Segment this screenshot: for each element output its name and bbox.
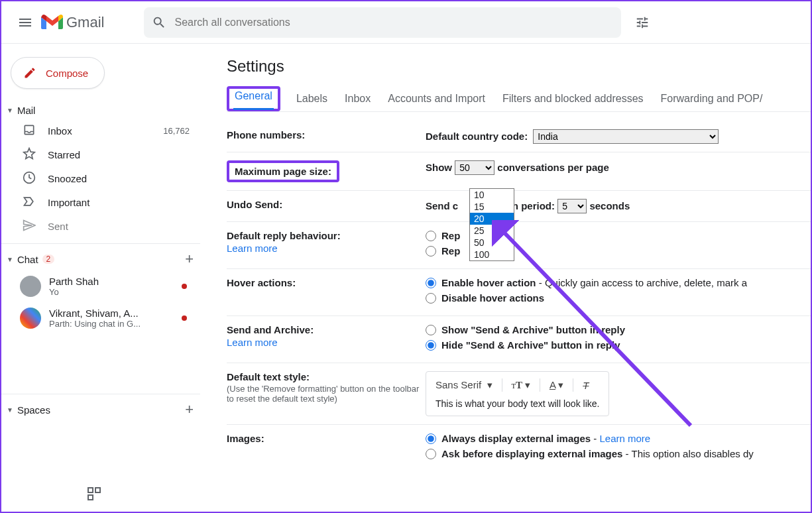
- app-header: Gmail: [1, 1, 811, 44]
- page-title: Settings: [227, 57, 811, 76]
- caret-down-icon: ▼: [7, 256, 13, 263]
- search-input[interactable]: [174, 17, 613, 28]
- sidebar-item-snoozed[interactable]: Snoozed: [1, 166, 200, 190]
- chat-item[interactable]: Parth Shah Yo: [1, 270, 200, 302]
- images-always-radio[interactable]: [426, 433, 436, 444]
- label-highlight: Maximum page size:: [227, 160, 339, 182]
- setting-hover: Hover actions: Enable hover action - Qui…: [227, 269, 811, 316]
- important-icon: [23, 195, 36, 210]
- tab-forwarding[interactable]: Forwarding and POP/: [660, 86, 764, 111]
- star-icon: [23, 147, 36, 162]
- text-preview: This is what your body text will look li…: [435, 398, 599, 409]
- setting-undo-send: Undo Send: Send c ion period: 5 seconds: [227, 191, 811, 222]
- sidebar: Compose ▼ Mail Inbox 16,762 Starred Snoo…: [1, 44, 200, 512]
- chat-section-header[interactable]: ▼ Chat 2 +: [1, 243, 200, 270]
- caret-down-icon: ▼: [7, 107, 13, 114]
- chat-item[interactable]: Vikrant, Shivam, A... Parth: Using chat …: [1, 302, 200, 334]
- setting-images: Images: Always display external images -…: [227, 425, 811, 471]
- option-15[interactable]: 15: [470, 201, 514, 213]
- caret-down-icon: ▼: [7, 406, 13, 414]
- tab-general[interactable]: General: [233, 84, 274, 110]
- inbox-icon: [23, 123, 36, 139]
- text-style-toolbar: Sans Serif ▾ тT ▾ A ▾ T This is what you…: [426, 371, 609, 416]
- tune-icon[interactable]: [629, 9, 656, 36]
- search-icon: [152, 15, 166, 30]
- spaces-section-header[interactable]: ▼ Spaces +: [1, 394, 200, 421]
- country-select[interactable]: India: [533, 129, 719, 144]
- clear-formatting-icon[interactable]: T: [583, 380, 589, 391]
- hamburger-menu-icon[interactable]: [9, 7, 41, 38]
- compose-button[interactable]: Compose: [11, 57, 105, 89]
- setting-default-reply: Default reply behaviour: Learn more Rep …: [227, 222, 811, 269]
- font-size-dropdown[interactable]: тT ▾: [512, 379, 530, 391]
- setting-page-size: Maximum page size: Show 50 conversations…: [227, 152, 811, 191]
- pencil-icon: [23, 66, 36, 80]
- tab-labels[interactable]: Labels: [295, 86, 329, 111]
- avatar: [20, 276, 41, 297]
- images-ask-radio[interactable]: [426, 449, 436, 459]
- font-color-dropdown[interactable]: A ▾: [550, 379, 563, 391]
- unread-dot: [182, 284, 187, 289]
- tab-inbox[interactable]: Inbox: [343, 86, 372, 111]
- chat-badge: 2: [42, 255, 55, 264]
- setting-send-archive: Send and Archive: Learn more Show "Send …: [227, 316, 811, 363]
- sidebar-item-inbox[interactable]: Inbox 16,762: [1, 119, 200, 142]
- option-100[interactable]: 100: [470, 249, 514, 260]
- gmail-logo[interactable]: Gmail: [41, 14, 104, 31]
- hover-enable-radio[interactable]: [426, 278, 436, 288]
- option-25[interactable]: 25: [470, 225, 514, 237]
- tab-filters[interactable]: Filters and blocked addresses: [501, 86, 645, 111]
- setting-phone: Phone numbers: Default country code: Ind…: [227, 121, 811, 152]
- page-size-select[interactable]: 50: [455, 160, 494, 175]
- unread-dot: [182, 315, 187, 321]
- font-dropdown[interactable]: Sans Serif ▾: [435, 379, 493, 391]
- setting-text-style: Default text style: (Use the 'Remove for…: [227, 363, 811, 425]
- new-space-button[interactable]: +: [185, 401, 194, 418]
- grid-view-icon[interactable]: [86, 486, 102, 504]
- clock-icon: [23, 171, 36, 186]
- option-50[interactable]: 50: [470, 237, 514, 249]
- sidebar-item-important[interactable]: Important: [1, 190, 200, 214]
- mail-section-header[interactable]: ▼ Mail: [1, 102, 200, 119]
- reply-radio[interactable]: [426, 231, 436, 241]
- settings-panel: Settings General Labels Inbox Accounts a…: [200, 44, 811, 512]
- option-20[interactable]: 20: [470, 213, 514, 225]
- app-name: Gmail: [66, 14, 104, 31]
- settings-tabs: General Labels Inbox Accounts and Import…: [227, 86, 811, 112]
- learn-more-link[interactable]: Learn more: [599, 433, 650, 444]
- tab-highlight: General: [227, 86, 280, 111]
- sidebar-item-sent[interactable]: Sent: [1, 214, 200, 238]
- search-bar[interactable]: [144, 7, 621, 38]
- sidebar-item-starred[interactable]: Starred: [1, 142, 200, 166]
- option-10[interactable]: 10: [470, 189, 514, 201]
- archive-hide-radio[interactable]: [426, 340, 436, 351]
- page-size-dropdown-open: 10 15 20 25 50 100: [469, 188, 514, 261]
- hover-disable-radio[interactable]: [426, 293, 436, 304]
- undo-period-select[interactable]: 5: [557, 199, 587, 213]
- tab-accounts[interactable]: Accounts and Import: [386, 86, 487, 111]
- learn-more-link[interactable]: Learn more: [227, 243, 426, 254]
- new-chat-button[interactable]: +: [185, 251, 194, 268]
- reply-all-radio[interactable]: [426, 246, 436, 256]
- learn-more-link[interactable]: Learn more: [227, 337, 426, 348]
- avatar: [20, 308, 41, 329]
- send-icon: [23, 219, 36, 234]
- archive-show-radio[interactable]: [426, 325, 436, 335]
